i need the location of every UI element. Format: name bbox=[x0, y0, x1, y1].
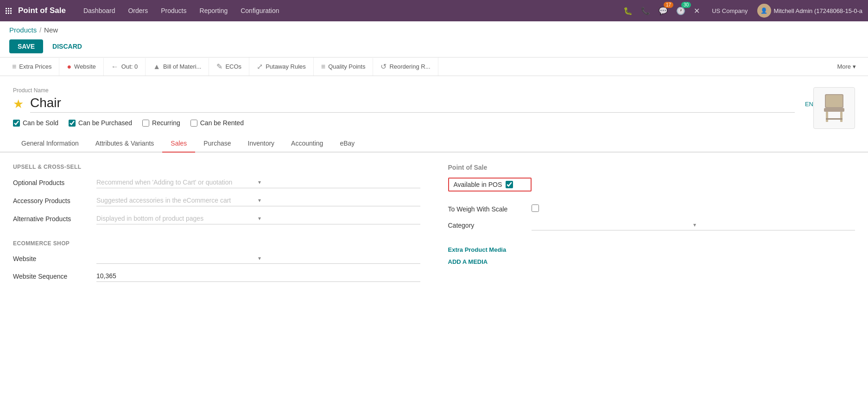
smart-buttons-bar: ≡ Extra Prices ● Website ← Out: 0 ▲ Bill… bbox=[0, 57, 868, 76]
add-media-button[interactable]: ADD A MEDIA bbox=[448, 258, 488, 265]
breadcrumb-parent[interactable]: Products bbox=[9, 26, 37, 34]
product-name-input[interactable] bbox=[30, 96, 795, 113]
tab-attributes-variants[interactable]: Attributes & Variants bbox=[87, 135, 163, 153]
menu-products[interactable]: Products bbox=[154, 0, 193, 21]
accessory-products-select[interactable]: Suggested accessories in the eCommerce c… bbox=[96, 195, 420, 206]
accessory-products-placeholder: Suggested accessories in the eCommerce c… bbox=[96, 197, 258, 204]
smart-btn-extra-prices-label: Extra Prices bbox=[19, 63, 51, 70]
chevron-down-icon: ▾ bbox=[693, 222, 855, 228]
chevron-down-icon: ▾ bbox=[853, 63, 856, 70]
alternative-products-row: Alternative Products Displayed in bottom… bbox=[13, 213, 420, 224]
tab-inventory[interactable]: Inventory bbox=[240, 135, 283, 153]
favorite-star-icon[interactable]: ★ bbox=[13, 97, 24, 111]
close-icon[interactable]: ✕ bbox=[691, 5, 703, 17]
available-in-pos-label: Available in POS bbox=[448, 178, 532, 198]
save-button[interactable]: SAVE bbox=[9, 39, 43, 53]
alternative-products-select[interactable]: Displayed in bottom of product pages ▾ bbox=[96, 213, 420, 224]
tab-accounting[interactable]: Accounting bbox=[283, 135, 331, 153]
quality-icon: ≡ bbox=[321, 63, 325, 71]
arrow-left-icon: ← bbox=[111, 63, 119, 71]
smart-btn-quality-label: Quality Points bbox=[328, 63, 365, 70]
bug-icon[interactable]: 🐛 bbox=[621, 5, 635, 17]
tab-sales[interactable]: Sales bbox=[162, 135, 195, 153]
smart-btn-bom[interactable]: ▲ Bill of Materi... bbox=[146, 58, 209, 76]
category-select[interactable]: ▾ bbox=[532, 220, 855, 230]
svg-rect-1 bbox=[826, 95, 843, 107]
putaway-icon: ⤢ bbox=[257, 62, 263, 71]
to-weigh-checkbox[interactable] bbox=[532, 204, 539, 212]
tab-sales-content: Upsell & Cross-Sell Optional Products Re… bbox=[13, 153, 855, 300]
smart-btn-extra-prices[interactable]: ≡ Extra Prices bbox=[5, 58, 59, 76]
recurring-input[interactable] bbox=[142, 120, 149, 127]
chevron-down-icon: ▾ bbox=[258, 197, 420, 204]
smart-btn-reorder[interactable]: ↺ Reordering R... bbox=[373, 57, 438, 76]
optional-products-select[interactable]: Recommend when 'Adding to Cart' or quota… bbox=[96, 177, 420, 188]
breadcrumb-separator: / bbox=[39, 26, 41, 34]
menu-configuration[interactable]: Configuration bbox=[234, 0, 285, 21]
extra-media-title: Extra Product Media bbox=[448, 246, 855, 253]
messages-badge[interactable]: 💬 17 bbox=[656, 5, 671, 17]
category-row: Category ▾ bbox=[448, 220, 855, 230]
product-name-row: ★ EN bbox=[13, 96, 813, 113]
accessory-products-label: Accessory Products bbox=[13, 197, 96, 204]
more-label: More bbox=[837, 63, 851, 70]
reorder-icon: ↺ bbox=[380, 62, 386, 71]
chair-image-svg bbox=[816, 89, 853, 127]
smart-btn-more[interactable]: More ▾ bbox=[830, 58, 863, 75]
available-in-pos-box: Available in POS bbox=[448, 178, 532, 192]
website-icon: ● bbox=[67, 63, 71, 71]
website-sequence-label: Website Sequence bbox=[13, 273, 96, 280]
can-be-sold-label: Can be Sold bbox=[23, 119, 58, 127]
page-bottom-spacer bbox=[0, 300, 868, 327]
app-grid-menu[interactable] bbox=[6, 8, 12, 14]
website-select[interactable]: ▾ bbox=[96, 253, 420, 264]
smart-btn-website[interactable]: ● Website bbox=[59, 58, 103, 76]
chevron-down-icon: ▾ bbox=[258, 179, 420, 185]
smart-btn-ecos-label: ECOs bbox=[225, 63, 241, 70]
alternative-products-field: Displayed in bottom of product pages ▾ bbox=[96, 213, 420, 224]
can-be-purchased-label: Can be Purchased bbox=[78, 119, 132, 127]
tab-ebay[interactable]: eBay bbox=[331, 135, 363, 153]
available-in-pos-checkbox[interactable] bbox=[506, 181, 513, 188]
can-be-sold-checkbox[interactable]: Can be Sold bbox=[13, 119, 58, 127]
smart-btn-out[interactable]: ← Out: 0 bbox=[104, 58, 146, 76]
alternative-products-label: Alternative Products bbox=[13, 215, 96, 223]
activity-badge[interactable]: 🕐 30 bbox=[673, 5, 688, 17]
svg-rect-3 bbox=[826, 112, 828, 122]
menu-reporting[interactable]: Reporting bbox=[193, 0, 234, 21]
can-be-rented-checkbox[interactable]: Can be Rented bbox=[190, 119, 244, 127]
username[interactable]: Mitchell Admin (17248068-15-0-a bbox=[774, 7, 863, 14]
menu-dashboard[interactable]: Dashboard bbox=[77, 0, 122, 21]
bom-icon: ▲ bbox=[153, 63, 160, 71]
user-avatar[interactable]: 👤 bbox=[757, 4, 771, 18]
svg-rect-2 bbox=[824, 108, 844, 112]
recurring-checkbox[interactable]: Recurring bbox=[142, 119, 180, 127]
eco-icon: ✎ bbox=[216, 62, 222, 71]
company-name[interactable]: US Company bbox=[705, 0, 754, 21]
recurring-label: Recurring bbox=[152, 119, 180, 127]
can-be-rented-input[interactable] bbox=[190, 120, 197, 127]
smart-btn-ecos[interactable]: ✎ ECOs bbox=[209, 57, 249, 76]
discard-button[interactable]: DISCARD bbox=[47, 39, 88, 53]
menu-orders[interactable]: Orders bbox=[121, 0, 154, 21]
top-navigation: Point of Sale Dashboard Orders Products … bbox=[0, 0, 868, 21]
can-be-sold-input[interactable] bbox=[13, 120, 20, 127]
app-brand[interactable]: Point of Sale bbox=[18, 6, 66, 15]
website-sequence-input[interactable] bbox=[96, 270, 420, 282]
smart-btn-website-label: Website bbox=[74, 63, 96, 70]
can-be-rented-label: Can be Rented bbox=[200, 119, 244, 127]
product-image[interactable] bbox=[813, 87, 855, 129]
tab-purchase[interactable]: Purchase bbox=[195, 135, 239, 153]
smart-btn-reorder-label: Reordering R... bbox=[389, 63, 430, 70]
to-weigh-label: To Weigh With Scale bbox=[448, 205, 532, 213]
tab-general-information[interactable]: General Information bbox=[13, 135, 87, 153]
website-row: Website ▾ bbox=[13, 253, 420, 264]
smart-btn-quality[interactable]: ≡ Quality Points bbox=[314, 58, 374, 76]
can-be-purchased-checkbox[interactable]: Can be Purchased bbox=[69, 119, 132, 127]
smart-btn-putaway[interactable]: ⤢ Putaway Rules bbox=[249, 57, 314, 76]
can-be-purchased-input[interactable] bbox=[69, 120, 76, 127]
phone-icon[interactable]: 📞 bbox=[638, 5, 653, 17]
language-badge[interactable]: EN bbox=[805, 101, 813, 108]
accessory-products-row: Accessory Products Suggested accessories… bbox=[13, 195, 420, 206]
upsell-section-title: Upsell & Cross-Sell bbox=[13, 164, 420, 170]
